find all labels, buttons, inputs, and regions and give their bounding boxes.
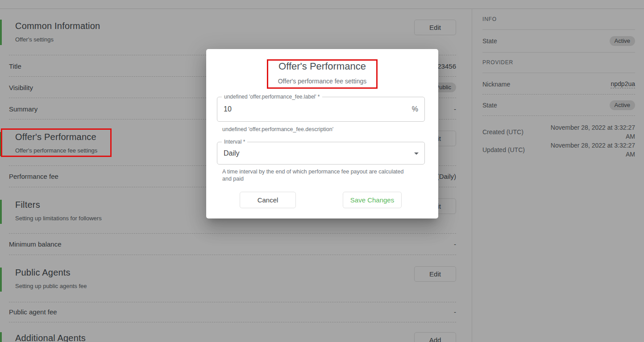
percent-suffix: %: [412, 105, 418, 113]
performance-fee-helper: undefined 'offer.performance_fee.descrip…: [222, 126, 333, 133]
dialog-title: Offer's Performance: [206, 61, 438, 72]
chevron-down-icon: [414, 152, 419, 155]
interval-select-label: Interval *: [222, 139, 247, 145]
save-changes-button[interactable]: Save Changes: [343, 192, 402, 208]
interval-selected-value: Daily: [224, 149, 240, 157]
performance-fee-field[interactable]: undefined 'offer.performance_fee.label' …: [217, 97, 425, 122]
performance-fee-input[interactable]: [224, 105, 393, 113]
cancel-button[interactable]: Cancel: [240, 192, 296, 208]
interval-helper: A time interval by the end of which perf…: [222, 168, 414, 182]
interval-select[interactable]: Interval * Daily: [217, 142, 425, 165]
dialog-subtitle: Offer's performance fee settings: [206, 78, 438, 85]
offers-performance-dialog: Offer's Performance Offer's performance …: [206, 49, 438, 218]
performance-fee-field-label: undefined 'offer.performance_fee.label' …: [222, 94, 322, 100]
